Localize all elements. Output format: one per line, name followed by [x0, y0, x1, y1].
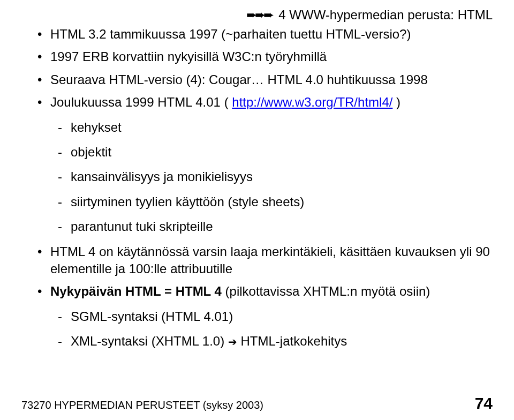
bullet-item: 1997 ERB korvattiin nykyisillä W3C:n työ…: [37, 48, 493, 65]
arrow-right-icon: ➔: [228, 336, 237, 348]
header-arrows-icon: ➨➨➨: [246, 8, 272, 22]
bullet-item: Seuraava HTML-versio (4): Cougar… HTML 4…: [37, 71, 493, 88]
text-fragment: HTML-jatkokehitys: [237, 334, 347, 348]
sub-item: objektit: [58, 144, 493, 161]
sub-list: kehykset objektit kansainvälisyys ja mon…: [58, 119, 493, 236]
page-footer: 73270 HYPERMEDIAN PERUSTEET (syksy 2003)…: [21, 394, 493, 412]
emphasis-text: Nykypäivän HTML = HTML 4: [50, 284, 222, 298]
sub-item: XML-syntaksi (XHTML 1.0) ➔ HTML-jatkokeh…: [58, 333, 493, 350]
bullet-item: Joulukuussa 1999 HTML 4.01 ( http://www.…: [37, 94, 493, 235]
sub-item: kehykset: [58, 119, 493, 136]
sub-item: siirtyminen tyylien käyttöön (style shee…: [58, 193, 493, 211]
text-fragment: (pilkottavissa XHTML:n myötä osiin): [222, 284, 430, 298]
bullet-item: HTML 4 on käytännössä varsin laaja merki…: [37, 243, 493, 278]
spec-link[interactable]: http://www.w3.org/TR/html4/: [232, 95, 392, 109]
course-code: 73270 HYPERMEDIAN PERUSTEET (syksy 2003): [21, 399, 263, 411]
sub-item: kansainvälisyys ja monikielisyys: [58, 168, 493, 185]
section-header: ➨➨➨ 4 WWW-hypermedian perusta: HTML: [37, 8, 493, 22]
bullet-item: HTML 3.2 tammikuussa 1997 (~parhaiten tu…: [37, 26, 493, 43]
bullet-item: Nykypäivän HTML = HTML 4 (pilkottavissa …: [37, 283, 493, 350]
text-fragment: ): [392, 95, 400, 109]
sub-item: parantunut tuki skripteille: [58, 218, 493, 235]
section-title: 4 WWW-hypermedian perusta: HTML: [278, 8, 493, 22]
text-fragment: Joulukuussa 1999 HTML 4.01 (: [50, 95, 232, 109]
page-number: 74: [475, 394, 493, 412]
text-fragment: XML-syntaksi (XHTML 1.0): [71, 334, 228, 348]
sub-list: SGML-syntaksi (HTML 4.01) XML-syntaksi (…: [58, 308, 493, 350]
content-list: HTML 3.2 tammikuussa 1997 (~parhaiten tu…: [37, 26, 493, 350]
sub-item: SGML-syntaksi (HTML 4.01): [58, 308, 493, 325]
